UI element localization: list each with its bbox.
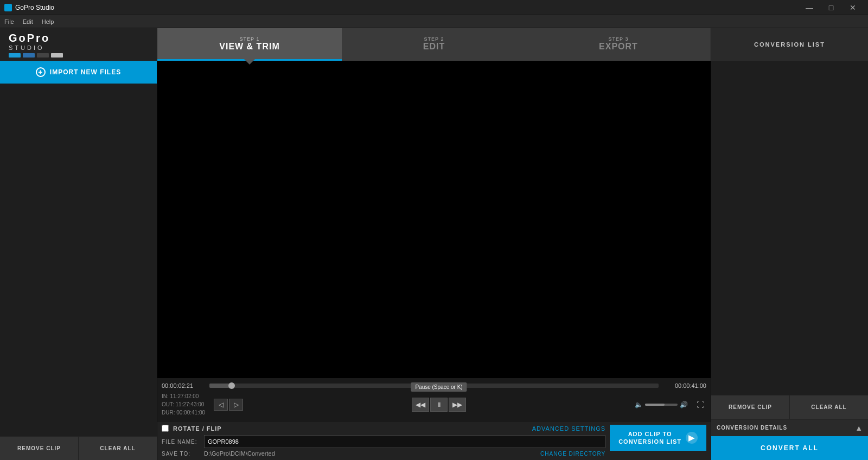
maximize-button[interactable]: □ bbox=[820, 0, 842, 15]
convert-all-button[interactable]: CONVERT ALL bbox=[711, 436, 868, 460]
in-out-info: IN: 11:27:02:00 OUT: 11:27:43:00 DUR: 00… bbox=[162, 392, 205, 417]
left-bottom-buttons: REMOVE CLIP CLEAR ALL bbox=[0, 436, 157, 460]
titlebar: GoPro Studio — □ ✕ bbox=[0, 0, 868, 15]
menu-edit[interactable]: Edit bbox=[23, 18, 33, 25]
in-out-buttons: ◁ ▷ bbox=[214, 399, 243, 411]
dur-time: DUR: 00:00:41:00 bbox=[162, 408, 205, 417]
playback-controls: ◀◀ ⏸ Pause (Space or K) ▶▶ bbox=[247, 398, 630, 412]
rotate-flip-row: ROTATE / FLIP ADVANCED SETTINGS bbox=[162, 425, 605, 432]
conversion-details-label: CONVERSION DETAILS bbox=[717, 425, 787, 431]
file-name-row: FILE NAME: bbox=[162, 435, 605, 448]
menu-help[interactable]: Help bbox=[42, 18, 54, 25]
left-remove-clip-button[interactable]: REMOVE CLIP bbox=[0, 436, 79, 460]
rotate-flip-checkbox[interactable] bbox=[162, 425, 169, 432]
steps-area: STEP 1 VIEW & TRIM STEP 2 EDIT STEP 3 EX… bbox=[157, 28, 711, 61]
step2-big-label: EDIT bbox=[423, 42, 445, 52]
right-panel: REMOVE CLIP CLEAR ALL CONVERSION DETAILS… bbox=[711, 61, 868, 460]
top-section: GoPro STUDIO STEP 1 VIEW & TRIM STEP 2 E… bbox=[0, 28, 868, 61]
titlebar-left: GoPro Studio bbox=[4, 4, 54, 11]
tab-step1[interactable]: STEP 1 VIEW & TRIM bbox=[157, 28, 342, 61]
save-to-label: SAVE TO: bbox=[162, 451, 200, 457]
step3-big-label: EXPORT bbox=[599, 42, 638, 52]
step1-big-label: VIEW & TRIM bbox=[219, 42, 279, 52]
tab-step2[interactable]: STEP 2 EDIT bbox=[342, 28, 526, 61]
dot-blue2 bbox=[23, 53, 35, 58]
volume-low-icon: 🔈 bbox=[635, 401, 643, 408]
rotate-flip-label[interactable]: ROTATE / FLIP bbox=[173, 425, 222, 432]
mark-in-button[interactable]: ◁ bbox=[214, 399, 228, 411]
center-panel: 00:00:02:21 00:00:41:00 IN: 11:27:02:00 … bbox=[157, 61, 711, 460]
file-name-label: FILE NAME: bbox=[162, 439, 200, 445]
conversion-list-area bbox=[711, 61, 868, 395]
mark-out-button[interactable]: ▷ bbox=[229, 399, 243, 411]
menu-file[interactable]: File bbox=[4, 18, 14, 25]
app-title: GoPro Studio bbox=[15, 4, 54, 11]
in-time: IN: 11:27:02:00 bbox=[162, 392, 205, 400]
step2-small-label: STEP 2 bbox=[424, 36, 444, 42]
timeline-scrubber[interactable] bbox=[209, 384, 659, 388]
titlebar-controls: — □ ✕ bbox=[799, 0, 864, 15]
save-to-row: SAVE TO: D:\GoPro\DCIM\Converted CHANGE … bbox=[162, 450, 605, 457]
fullscreen-button[interactable]: ⛶ bbox=[694, 399, 706, 411]
right-remove-clip-button[interactable]: REMOVE CLIP bbox=[711, 395, 790, 419]
app-icon bbox=[4, 4, 12, 11]
close-button[interactable]: ✕ bbox=[842, 0, 864, 15]
bottom-controls-inner: ROTATE / FLIP ADVANCED SETTINGS FILE NAM… bbox=[162, 425, 706, 457]
import-label: IMPORT NEW FILES bbox=[50, 68, 121, 76]
volume-high-icon: 🔊 bbox=[680, 401, 688, 408]
in-out-row: IN: 11:27:02:00 OUT: 11:27:43:00 DUR: 00… bbox=[162, 391, 706, 419]
left-panel: + IMPORT NEW FILES REMOVE CLIP CLEAR ALL bbox=[0, 61, 157, 460]
add-clip-to-conversion-list-button[interactable]: ADD CLIP TO CONVERSION LIST ▶ bbox=[610, 425, 706, 451]
left-clear-all-button[interactable]: CLEAR ALL bbox=[79, 436, 157, 460]
timeline-thumb bbox=[228, 382, 235, 389]
add-clip-line1: ADD CLIP TO bbox=[618, 430, 681, 438]
video-player[interactable] bbox=[157, 61, 711, 378]
dot-light bbox=[51, 53, 63, 58]
tab-step3[interactable]: STEP 3 EXPORT bbox=[526, 28, 711, 61]
timeline-area: 00:00:02:21 00:00:41:00 IN: 11:27:02:00 … bbox=[157, 378, 711, 421]
time-total: 00:00:41:00 bbox=[663, 382, 706, 389]
step-back-button[interactable]: ◀◀ bbox=[412, 398, 429, 412]
file-name-input[interactable] bbox=[204, 435, 605, 448]
logo-area: GoPro STUDIO bbox=[0, 28, 157, 61]
conversion-list-header: CONVERSION LIST bbox=[711, 28, 868, 61]
timeline-bar-row: 00:00:02:21 00:00:41:00 bbox=[162, 380, 706, 391]
add-clip-arrow-icon: ▶ bbox=[686, 432, 698, 444]
minimize-button[interactable]: — bbox=[799, 0, 820, 15]
volume-area: 🔈 🔊 ⛶ bbox=[635, 399, 706, 411]
bottom-controls: ROTATE / FLIP ADVANCED SETTINGS FILE NAM… bbox=[157, 421, 711, 460]
dot-dark bbox=[37, 53, 49, 58]
advanced-settings-button[interactable]: ADVANCED SETTINGS bbox=[532, 425, 605, 432]
change-directory-button[interactable]: CHANGE DIRECTORY bbox=[540, 451, 605, 457]
volume-slider[interactable] bbox=[645, 404, 678, 406]
out-time: OUT: 11:27:43:00 bbox=[162, 400, 205, 408]
import-plus-icon: + bbox=[36, 67, 46, 77]
add-clip-line2: CONVERSION LIST bbox=[618, 438, 681, 445]
controls-left: ROTATE / FLIP ADVANCED SETTINGS FILE NAM… bbox=[162, 425, 605, 457]
pause-button[interactable]: ⏸ Pause (Space or K) bbox=[430, 398, 448, 412]
dot-blue1 bbox=[9, 53, 21, 58]
menubar: File Edit Help bbox=[0, 15, 868, 28]
chevron-up-icon: ▲ bbox=[855, 424, 863, 432]
logo-dots bbox=[9, 53, 63, 58]
step3-small-label: STEP 3 bbox=[609, 36, 629, 42]
right-panel-buttons: REMOVE CLIP CLEAR ALL bbox=[711, 395, 868, 419]
time-current: 00:00:02:21 bbox=[162, 382, 205, 389]
step-forward-button[interactable]: ▶▶ bbox=[449, 398, 466, 412]
conversion-details-bar: CONVERSION DETAILS ▲ bbox=[711, 419, 868, 436]
logo-text: GoPro bbox=[9, 32, 63, 44]
logo-subtitle: STUDIO bbox=[9, 44, 63, 51]
main-content: + IMPORT NEW FILES REMOVE CLIP CLEAR ALL… bbox=[0, 61, 868, 460]
import-new-files-button[interactable]: + IMPORT NEW FILES bbox=[0, 61, 157, 84]
step1-small-label: STEP 1 bbox=[240, 36, 260, 42]
right-clear-all-button[interactable]: CLEAR ALL bbox=[790, 395, 868, 419]
file-list bbox=[0, 84, 157, 436]
volume-fill bbox=[645, 404, 665, 406]
save-path: D:\GoPro\DCIM\Converted bbox=[204, 450, 536, 457]
